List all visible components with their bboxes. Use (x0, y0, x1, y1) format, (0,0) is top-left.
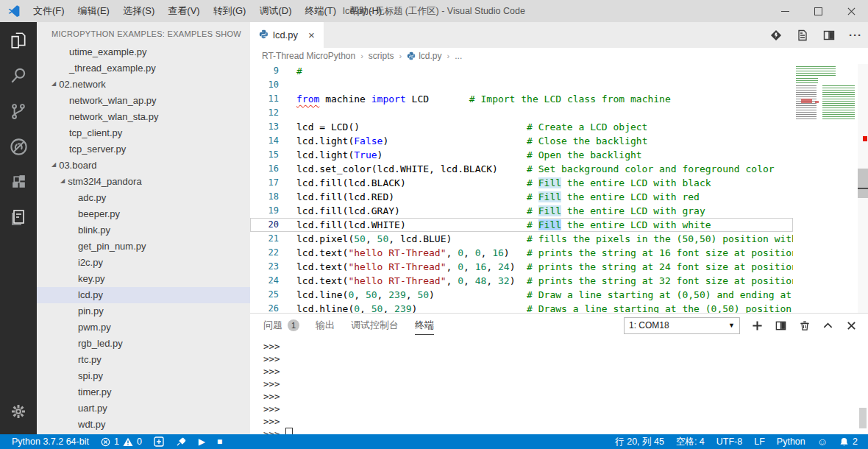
panel-tab-0[interactable]: 问题1 (263, 317, 299, 334)
code-line-24: 24lcd.text("hello RT-Thread", 0, 48, 32)… (250, 274, 793, 288)
panel-tab-1[interactable]: 输出 (316, 317, 335, 334)
eol-status[interactable]: LF (748, 434, 771, 449)
panel-tab-2[interactable]: 调试控制台 (351, 317, 399, 334)
tab-lcd-py[interactable]: lcd.py × (250, 22, 324, 48)
tree-item-tcp-server-py[interactable]: tcp_server.py (37, 141, 250, 158)
tree-item-label: utime_example.py (69, 44, 147, 60)
menu-item-0[interactable]: 文件(F) (26, 0, 71, 22)
tree-item-network-wlan-ap-py[interactable]: network_wlan_ap.py (37, 93, 250, 109)
connect-device-button[interactable] (170, 434, 193, 449)
hex-view-icon[interactable] (796, 29, 809, 42)
code-text: lcd.text("hello RT-Thread", 0, 48, 32) #… (296, 274, 793, 288)
menu-item-1[interactable]: 编辑(E) (71, 0, 116, 22)
tree-item-label: spi.py (78, 368, 103, 384)
breadcrumb-item-0[interactable]: RT-Thread MicroPython (262, 51, 355, 61)
extensions-icon[interactable] (0, 165, 37, 199)
menu-item-4[interactable]: 转到(G) (207, 0, 253, 22)
encoding-status[interactable]: UTF-8 (711, 434, 748, 449)
code-line-22: 22lcd.text("hello RT-Thread", 0, 0, 16) … (250, 246, 793, 260)
smiley-icon: ☺ (817, 436, 828, 448)
tree-item-label: pin.py (78, 303, 104, 319)
run-button[interactable]: ▶ (193, 434, 211, 449)
line-number: 14 (250, 134, 279, 148)
new-terminal-icon[interactable] (751, 319, 764, 332)
minimap-code-preview (796, 66, 836, 76)
kill-terminal-icon[interactable] (798, 319, 811, 332)
code-editor[interactable]: 9#1011from machine import LCD # Import t… (250, 64, 793, 313)
tab-close-icon[interactable]: × (308, 29, 315, 41)
tree-item-lcd-py[interactable]: lcd.py (37, 287, 250, 303)
python-interpreter-status[interactable]: Python 3.7.2 64-bit (6, 434, 95, 449)
indentation-status[interactable]: 空格: 4 (670, 434, 711, 449)
tree-item-blink-py[interactable]: blink.py (37, 222, 250, 238)
problems-status[interactable]: 1 0 (95, 434, 148, 449)
maximize-panel-icon[interactable] (822, 319, 834, 332)
line-number: 21 (250, 232, 279, 246)
explorer-icon[interactable] (0, 24, 37, 57)
debug-disabled-icon[interactable] (0, 130, 37, 163)
close-window-button[interactable] (835, 0, 868, 22)
close-panel-icon[interactable] (845, 319, 858, 332)
repl-line: >>> (263, 415, 868, 428)
cursor-position[interactable]: 行 20, 列 45 (609, 434, 670, 449)
micropython-examples-icon[interactable] (0, 200, 37, 234)
split-editor-icon[interactable] (822, 29, 836, 42)
terminal-output[interactable]: >>>>>>>>>>>>>>>>>>>>>>>> (250, 336, 868, 440)
repl-line: >>> (263, 378, 868, 390)
menu-item-6[interactable]: 终端(T) (298, 0, 343, 22)
tree-item-pin-py[interactable]: pin.py (37, 303, 250, 319)
breadcrumb-item-2[interactable]: lcd.py (407, 51, 441, 61)
breadcrumb: RT-Thread MicroPython›scripts›lcd.py›... (250, 48, 868, 64)
language-mode[interactable]: Python (771, 434, 811, 449)
run-code-icon[interactable] (769, 29, 783, 42)
breadcrumb-separator: › (399, 52, 402, 60)
tree-item-wdt-py[interactable]: wdt.py (37, 417, 250, 433)
line-number: 16 (250, 162, 279, 176)
tree-item-spi-py[interactable]: spi.py (37, 368, 250, 384)
maximize-button[interactable] (802, 0, 835, 22)
tree-item-i2c-py[interactable]: i2c.py (37, 255, 250, 271)
tree-item-get-pin-num-py[interactable]: get_pin_num.py (37, 238, 250, 255)
repl-line: >>> (263, 365, 868, 378)
more-actions-icon[interactable]: ··· (849, 29, 862, 42)
maximize-icon (814, 7, 822, 15)
line-number: 15 (250, 148, 279, 162)
new-project-button[interactable] (148, 434, 170, 449)
serial-port-select[interactable]: 1: COM18 ▼ (624, 317, 740, 334)
tree-item-stm32l4-pandora[interactable]: ◢stm32l4_pandora (37, 174, 250, 190)
tree-item-key-py[interactable]: key.py (37, 271, 250, 287)
menu-item-5[interactable]: 调试(D) (252, 0, 298, 22)
tree-item-utime-example-py[interactable]: utime_example.py (37, 44, 250, 60)
tree-item-03-board[interactable]: ◢03.board (37, 158, 250, 174)
panel-tab-3[interactable]: 终端 (415, 317, 434, 335)
tree-item-rgb-led-py[interactable]: rgb_led.py (37, 336, 250, 352)
settings-gear-icon[interactable] (0, 395, 37, 428)
python-version-label: Python 3.7.2 64-bit (12, 436, 89, 447)
tree-item-pwm-py[interactable]: pwm.py (37, 319, 250, 336)
notifications-button[interactable]: 2 (833, 434, 864, 449)
split-terminal-icon[interactable] (775, 319, 787, 332)
search-icon[interactable] (0, 59, 37, 93)
breadcrumb-item-3[interactable]: ... (455, 51, 462, 61)
stop-button[interactable]: ■ (211, 434, 228, 449)
tree-item-network-wlan-sta-py[interactable]: network_wlan_sta.py (37, 109, 250, 125)
menu-item-2[interactable]: 选择(S) (116, 0, 161, 22)
menu-item-3[interactable]: 查看(V) (161, 0, 206, 22)
tree-item-adc-py[interactable]: adc.py (37, 190, 250, 206)
source-control-icon[interactable] (0, 94, 37, 128)
tree-item--thread-example-py[interactable]: _thread_example.py (37, 60, 250, 77)
minimize-button[interactable] (769, 0, 802, 22)
feedback-button[interactable]: ☺ (811, 434, 833, 449)
breadcrumb-item-1[interactable]: scripts (369, 51, 394, 61)
terminal-scrollbar-thumb[interactable] (859, 408, 867, 428)
tree-item-tcp-client-py[interactable]: tcp_client.py (37, 125, 250, 141)
tree-item-02-network[interactable]: ◢02.network (37, 77, 250, 93)
tree-item-beeper-py[interactable]: beeper.py (37, 206, 250, 222)
tree-item-rtc-py[interactable]: rtc.py (37, 352, 250, 368)
scrollbar-thumb[interactable] (858, 169, 868, 198)
vscode-logo-icon (7, 4, 21, 18)
tree-item-uart-py[interactable]: uart.py (37, 400, 250, 417)
line-number: 13 (250, 120, 279, 134)
tree-item-timer-py[interactable]: timer.py (37, 384, 250, 400)
minimap[interactable] (793, 64, 858, 313)
